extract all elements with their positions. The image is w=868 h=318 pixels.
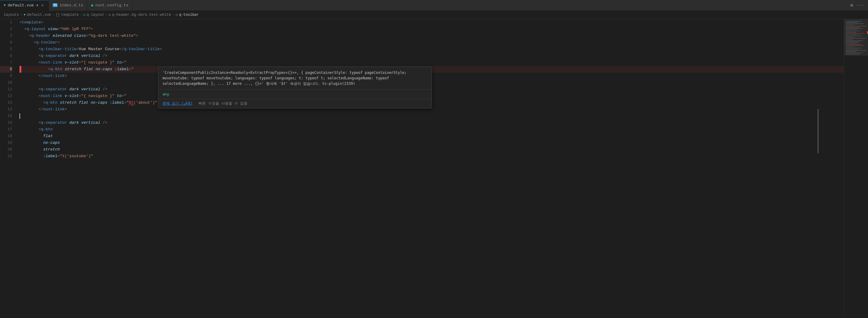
code-line-19: no-caps (20, 140, 844, 146)
code-line-15 (20, 113, 844, 119)
breadcrumb-default-vue[interactable]: default.vue (27, 13, 51, 17)
editor-actions: ⊞ ··· (847, 2, 868, 8)
code-line-4: <q-toolbar> (20, 39, 844, 46)
editor-scrollbar[interactable] (817, 19, 819, 318)
breadcrumb-template[interactable]: template (61, 13, 79, 17)
minimap-content (844, 19, 868, 318)
line-numbers: 1 2 3 4 5 6 7 8 9 10 11 12 13 14 15 16 1 (0, 19, 14, 318)
breadcrumb-q-layout[interactable]: q-layout (87, 13, 104, 17)
breadcrumb-component-icon-1: ◻ (83, 13, 86, 17)
main-layout: 1 2 3 4 5 6 7 8 9 10 11 12 13 14 15 16 1 (0, 19, 868, 318)
error-tooltip: 'CreateComponentPublicInstance<Readonly<… (158, 67, 432, 109)
editor-content: 1 2 3 4 5 6 7 8 9 10 11 12 13 14 15 16 1 (0, 19, 844, 318)
breadcrumb-curly-icon: {} (56, 13, 60, 17)
code-line-2: <q-layout view="hHh lpR fFf"> (20, 26, 844, 33)
tab-label: default.vue (8, 3, 34, 8)
vue-icon: ▼ (4, 3, 6, 8)
nuxt-icon: ▲ (91, 3, 93, 8)
code-line-18: flat (20, 133, 844, 140)
tag-close: > (41, 19, 43, 26)
breadcrumb-sep-5: › (172, 13, 175, 17)
ts-icon: TS (53, 3, 58, 7)
editor-area: 1 2 3 4 5 6 7 8 9 10 11 12 13 14 15 16 1 (0, 19, 844, 318)
minimap (844, 19, 868, 318)
breadcrumb-q-toolbar[interactable]: q-toolbar (179, 13, 199, 17)
code-line-1: <template> (20, 19, 844, 26)
view-problem-link[interactable]: 문제 보기 (↵F8) (162, 101, 192, 106)
breadcrumb-component-icon-3: ◻ (176, 13, 178, 17)
code-line-16: <q-separator dark vertical /> (20, 119, 844, 126)
breadcrumb-component-icon-2: ◻ (108, 13, 111, 17)
tab-default-vue[interactable]: ▼ default.vue 4 ✕ (0, 0, 49, 11)
breadcrumb-sep-4: › (105, 13, 107, 17)
tooltip-any-label: any (158, 90, 432, 99)
tab-badge: 4 (36, 4, 38, 7)
tab-close-button[interactable]: ✕ (40, 3, 45, 8)
breadcrumb-sep-1: › (20, 13, 22, 17)
code-line-6: <q-separator dark vertical /> (20, 52, 844, 59)
no-quick-fix-text: 빠른 수정을 사용할 수 없음 (198, 101, 247, 106)
more-actions-button[interactable]: ··· (856, 2, 866, 8)
split-editor-button[interactable]: ⊞ (849, 2, 854, 8)
code-line-3: <q-header elevated class="bg-dark text-w… (20, 33, 844, 39)
tab-index-dts[interactable]: TS index.d.ts (49, 0, 87, 11)
breadcrumb-layouts[interactable]: layouts (4, 13, 19, 17)
tab-label: nuxt.config.ts (95, 3, 128, 8)
code-line-7: <nuxt-link v-slot="{ navigate }" to=" (20, 59, 844, 66)
tab-nuxt-config[interactable]: ▲ nuxt.config.ts (87, 0, 132, 11)
code-line-5: <q-toolbar-title>Vue Master Course</q-to… (20, 46, 844, 52)
breadcrumb: layouts › ▼ default.vue › {} template › … (0, 11, 868, 19)
vue-breadcrumb-icon: ▼ (24, 13, 26, 17)
tooltip-content: 'CreateComponentPublicInstance<Readonly<… (162, 71, 407, 86)
tooltip-error-text: 'CreateComponentPublicInstance<Readonly<… (158, 67, 432, 90)
code-line-17: <q-btn (20, 126, 844, 133)
tag-open: < (20, 19, 22, 26)
tag-template: template (22, 19, 41, 26)
breadcrumb-sep-3: › (80, 13, 82, 17)
tab-label: index.d.ts (59, 3, 83, 8)
code-line-20: stretch (20, 146, 844, 153)
tab-bar: ▼ default.vue 4 ✕ TS index.d.ts ▲ nuxt.c… (0, 0, 868, 11)
code-line-21: :label="t('youtube')" (20, 153, 844, 160)
tooltip-actions: 문제 보기 (↵F8) 빠른 수정을 사용할 수 없음 (158, 99, 432, 108)
breadcrumb-sep-2: › (52, 13, 54, 17)
breadcrumb-q-header[interactable]: q-header.bg-dark.text-white (112, 13, 171, 17)
code-editor[interactable]: <template> <q-layout view="hHh lpR fFf">… (14, 19, 844, 318)
